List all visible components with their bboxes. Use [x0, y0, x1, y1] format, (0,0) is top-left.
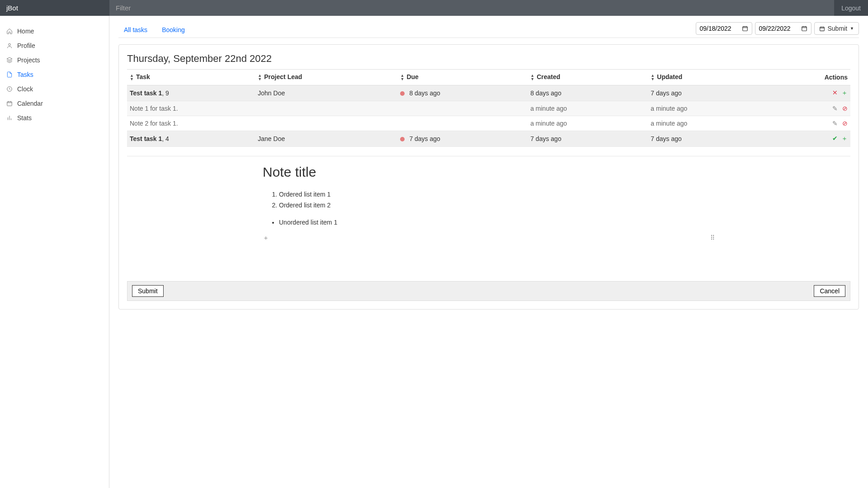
list-item[interactable]: Unordered list item 1 — [279, 217, 715, 228]
edit-icon[interactable]: ✎ — [830, 105, 838, 112]
tabs: All tasks Booking — [118, 23, 190, 37]
note-updated: a minute ago — [648, 116, 768, 131]
date-heading: Thursday, September 22nd 2022 — [127, 53, 850, 65]
col-due-label: Due — [406, 73, 418, 80]
task-due: 7 days ago — [409, 135, 440, 142]
app-brand: jBot — [0, 4, 109, 12]
note-row[interactable]: Note 2 for task 1. a minute ago a minute… — [127, 116, 850, 131]
col-created-label: Created — [537, 73, 560, 80]
note-row[interactable]: Note 1 for task 1. a minute ago a minute… — [127, 101, 850, 116]
sort-icon — [651, 74, 654, 81]
editor-unordered-list[interactable]: Unordered list item 1 — [279, 217, 715, 228]
drag-handle-icon[interactable]: ⠿ — [710, 234, 715, 242]
date-submit-label: Submit — [828, 25, 848, 32]
col-task[interactable]: Task — [127, 70, 255, 85]
calendar-icon — [742, 25, 748, 32]
sidebar-item-profile[interactable]: Profile — [0, 38, 109, 53]
col-lead-label: Project Lead — [264, 73, 302, 80]
caret-down-icon: ▼ — [850, 26, 854, 31]
date-to[interactable] — [755, 22, 811, 35]
task-row[interactable]: Test task 1, 4 Jane Doe 7 days ago 7 day… — [127, 131, 850, 146]
svg-point-0 — [9, 43, 11, 46]
task-badge: , 9 — [162, 89, 169, 97]
user-icon — [6, 42, 13, 49]
sidebar-item-home[interactable]: Home — [0, 24, 109, 38]
sidebar-item-label: Stats — [17, 114, 32, 122]
note-text: Note 1 for task 1. — [127, 101, 528, 116]
col-updated[interactable]: Updated — [648, 70, 768, 85]
filter-wrap — [109, 0, 834, 16]
tasks-table: Task Project Lead Due Created Updated Ac… — [127, 69, 850, 147]
cancel-button[interactable]: Cancel — [814, 285, 845, 297]
add-block-icon[interactable]: ＋ — [263, 234, 269, 242]
file-icon — [6, 71, 13, 78]
col-task-label: Task — [136, 73, 150, 80]
clock-icon — [6, 86, 13, 92]
sort-icon — [400, 74, 404, 81]
task-name: Test task 1 — [130, 89, 162, 97]
sort-icon — [130, 74, 133, 81]
add-icon[interactable]: ＋ — [840, 89, 848, 97]
list-item[interactable]: Ordered list item 2 — [279, 200, 715, 211]
sidebar-item-calendar[interactable]: Calendar — [0, 96, 109, 111]
tab-all-tasks[interactable]: All tasks — [118, 23, 153, 37]
sidebar-item-tasks[interactable]: Tasks — [0, 67, 109, 82]
note-editor[interactable]: Note title Ordered list item 1 Ordered l… — [127, 156, 850, 278]
sort-icon — [530, 74, 534, 81]
note-created: a minute ago — [528, 101, 648, 116]
tab-booking[interactable]: Booking — [156, 23, 190, 37]
sidebar-item-clock[interactable]: Clock — [0, 82, 109, 96]
calendar-icon — [801, 25, 807, 32]
remove-icon[interactable]: ⊘ — [840, 105, 848, 112]
svg-rect-3 — [742, 27, 747, 31]
col-created[interactable]: Created — [528, 70, 648, 85]
task-due: 8 days ago — [409, 89, 440, 97]
sidebar-item-projects[interactable]: Projects — [0, 53, 109, 67]
sort-icon — [258, 74, 261, 81]
task-row[interactable]: Test task 1, 9 John Doe 8 days ago 8 day… — [127, 85, 850, 101]
col-actions: Actions — [769, 70, 850, 85]
date-submit-dropdown[interactable]: Submit ▼ — [814, 22, 859, 35]
status-dot-icon — [400, 137, 405, 141]
col-due[interactable]: Due — [397, 70, 528, 85]
filter-input[interactable] — [109, 4, 834, 12]
top-bar: jBot Logout — [0, 0, 868, 16]
task-lead: John Doe — [255, 85, 397, 101]
note-updated: a minute ago — [648, 101, 768, 116]
bar-chart-icon — [6, 115, 13, 121]
main-content: All tasks Booking Submit ▼ — [109, 16, 868, 488]
col-lead[interactable]: Project Lead — [255, 70, 397, 85]
svg-rect-4 — [802, 27, 807, 31]
note-text: Note 2 for task 1. — [127, 116, 528, 131]
list-item[interactable]: Ordered list item 1 — [279, 189, 715, 200]
date-to-input[interactable] — [759, 25, 796, 32]
add-icon[interactable]: ＋ — [840, 135, 848, 143]
task-lead: Jane Doe — [255, 131, 397, 146]
svg-rect-5 — [820, 27, 824, 31]
edit-icon[interactable]: ✎ — [830, 120, 838, 127]
tasks-panel: Thursday, September 22nd 2022 Task Proje… — [118, 44, 859, 310]
note-created: a minute ago — [528, 116, 648, 131]
sidebar-item-stats[interactable]: Stats — [0, 111, 109, 125]
task-name: Test task 1 — [130, 135, 162, 142]
home-icon — [6, 28, 13, 34]
remove-icon[interactable]: ⊘ — [840, 120, 848, 127]
task-updated: 7 days ago — [648, 85, 768, 101]
delete-icon[interactable]: ✕ — [830, 89, 838, 96]
sidebar-item-label: Calendar — [17, 100, 43, 107]
date-from[interactable] — [696, 22, 752, 35]
calendar-icon — [6, 100, 13, 107]
editor-footer: Submit Cancel — [127, 281, 850, 301]
submit-button[interactable]: Submit — [132, 285, 164, 297]
task-created: 7 days ago — [528, 131, 648, 146]
editor-title[interactable]: Note title — [263, 164, 715, 180]
svg-rect-2 — [7, 102, 12, 106]
sidebar-item-label: Home — [17, 28, 34, 35]
logout-link[interactable]: Logout — [834, 5, 868, 12]
date-from-input[interactable] — [700, 25, 737, 32]
check-icon[interactable]: ✔ — [830, 135, 838, 142]
sidebar-item-label: Clock — [17, 85, 33, 93]
editor-ordered-list[interactable]: Ordered list item 1 Ordered list item 2 — [279, 189, 715, 211]
sidebar-item-label: Tasks — [17, 71, 33, 78]
sidebar-item-label: Profile — [17, 42, 35, 49]
